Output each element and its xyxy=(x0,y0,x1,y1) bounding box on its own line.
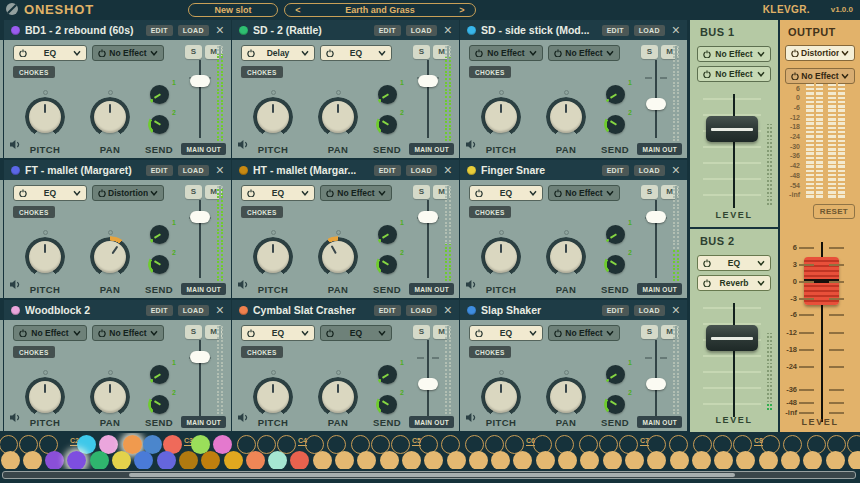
send2-knob[interactable] xyxy=(149,254,170,275)
new-slot-button[interactable]: New slot xyxy=(188,3,278,17)
pan-knob[interactable] xyxy=(318,97,358,137)
load-button[interactable]: LOAD xyxy=(634,165,665,176)
volume-fader-track[interactable] xyxy=(427,60,429,138)
effect-slot-2-dropdown[interactable]: EQ xyxy=(320,325,392,341)
close-icon[interactable]: × xyxy=(216,160,224,180)
power-icon[interactable] xyxy=(247,49,255,57)
white-key[interactable] xyxy=(45,451,64,470)
effect-slot-1-dropdown[interactable]: No Effect xyxy=(469,45,543,61)
preset-next-icon[interactable]: > xyxy=(455,4,469,16)
chokes-button[interactable]: CHOKES xyxy=(469,206,511,218)
white-key[interactable] xyxy=(580,451,599,470)
white-key[interactable] xyxy=(23,451,42,470)
send1-knob[interactable] xyxy=(149,84,170,105)
power-icon[interactable] xyxy=(247,189,255,197)
pan-knob[interactable] xyxy=(318,237,358,277)
chokes-button[interactable]: CHOKES xyxy=(13,206,55,218)
pan-knob[interactable] xyxy=(90,377,130,417)
reset-button[interactable]: RESET xyxy=(813,204,855,219)
solo-button[interactable]: S xyxy=(413,45,430,59)
effect-slot-1-dropdown[interactable]: EQ xyxy=(13,185,87,201)
black-key[interactable] xyxy=(391,435,410,454)
edit-button[interactable]: EDIT xyxy=(374,25,401,36)
load-button[interactable]: LOAD xyxy=(178,305,209,316)
white-key[interactable] xyxy=(179,451,198,470)
send1-knob[interactable] xyxy=(605,224,626,245)
volume-fader-handle[interactable] xyxy=(646,378,666,390)
volume-fader-track[interactable] xyxy=(199,60,201,138)
volume-fader-handle[interactable] xyxy=(418,211,438,223)
power-icon[interactable] xyxy=(703,279,711,287)
black-key[interactable] xyxy=(257,435,276,454)
close-icon[interactable]: × xyxy=(444,160,452,180)
power-icon[interactable] xyxy=(703,259,711,267)
effect-slot-2-dropdown[interactable]: No Effect xyxy=(548,45,620,61)
edit-button[interactable]: EDIT xyxy=(602,305,629,316)
white-key[interactable] xyxy=(647,451,666,470)
effect-slot-1-dropdown[interactable]: EQ xyxy=(13,45,87,61)
white-key[interactable] xyxy=(469,451,488,470)
send1-knob[interactable] xyxy=(149,224,170,245)
solo-button[interactable]: S xyxy=(185,185,202,199)
effect-slot-2-dropdown[interactable]: No Effect xyxy=(92,45,164,61)
white-key[interactable] xyxy=(290,451,309,470)
bus-effect-2-dropdown[interactable]: No Effect xyxy=(697,66,771,82)
pan-knob[interactable] xyxy=(318,377,358,417)
load-button[interactable]: LOAD xyxy=(178,25,209,36)
send2-knob[interactable] xyxy=(605,254,626,275)
send2-knob[interactable] xyxy=(377,394,398,415)
solo-button[interactable]: S xyxy=(641,185,658,199)
solo-button[interactable]: S xyxy=(185,325,202,339)
effect-slot-2-dropdown[interactable]: No Effect xyxy=(320,185,392,201)
white-key[interactable] xyxy=(201,451,220,470)
preset-selector[interactable]: < Earth and Grass > xyxy=(284,3,476,17)
power-icon[interactable] xyxy=(98,329,106,337)
white-key[interactable] xyxy=(603,451,622,470)
pan-knob[interactable] xyxy=(546,377,586,417)
pitch-knob[interactable] xyxy=(481,377,521,417)
white-key[interactable] xyxy=(558,451,577,470)
close-icon[interactable]: × xyxy=(216,300,224,320)
main-out-button[interactable]: MAIN OUT xyxy=(409,416,454,428)
pan-knob[interactable] xyxy=(90,97,130,137)
volume-fader-handle[interactable] xyxy=(190,351,210,363)
white-key[interactable] xyxy=(246,451,265,470)
main-out-button[interactable]: MAIN OUT xyxy=(181,143,226,155)
send2-knob[interactable] xyxy=(149,114,170,135)
power-icon[interactable] xyxy=(703,50,711,58)
pitch-knob[interactable] xyxy=(25,97,65,137)
white-key[interactable] xyxy=(848,451,860,470)
send1-knob[interactable] xyxy=(377,84,398,105)
bus-effect-1-dropdown[interactable]: No Effect xyxy=(697,46,771,62)
edit-button[interactable]: EDIT xyxy=(146,25,173,36)
pitch-knob[interactable] xyxy=(481,97,521,137)
edit-button[interactable]: EDIT xyxy=(602,25,629,36)
pitch-knob[interactable] xyxy=(253,237,293,277)
edit-button[interactable]: EDIT xyxy=(146,165,173,176)
load-button[interactable]: LOAD xyxy=(406,165,437,176)
send1-knob[interactable] xyxy=(149,364,170,385)
send1-knob[interactable] xyxy=(377,364,398,385)
pan-knob[interactable] xyxy=(546,237,586,277)
horizontal-scrollbar[interactable] xyxy=(2,471,856,479)
power-icon[interactable] xyxy=(554,49,562,57)
close-icon[interactable]: × xyxy=(672,300,680,320)
effect-slot-1-dropdown[interactable]: EQ xyxy=(469,325,543,341)
power-icon[interactable] xyxy=(703,70,711,78)
edit-button[interactable]: EDIT xyxy=(602,165,629,176)
solo-button[interactable]: S xyxy=(413,185,430,199)
send2-knob[interactable] xyxy=(149,394,170,415)
power-icon[interactable] xyxy=(475,49,483,57)
power-icon[interactable] xyxy=(791,72,799,80)
load-button[interactable]: LOAD xyxy=(406,305,437,316)
effect-slot-1-dropdown[interactable]: EQ xyxy=(241,185,315,201)
power-icon[interactable] xyxy=(98,49,106,57)
pitch-knob[interactable] xyxy=(253,377,293,417)
white-key[interactable] xyxy=(759,451,778,470)
edit-button[interactable]: EDIT xyxy=(146,305,173,316)
send1-knob[interactable] xyxy=(377,224,398,245)
load-button[interactable]: LOAD xyxy=(634,305,665,316)
close-icon[interactable]: × xyxy=(672,20,680,40)
effect-slot-1-dropdown[interactable]: EQ xyxy=(469,185,543,201)
pitch-knob[interactable] xyxy=(481,237,521,277)
